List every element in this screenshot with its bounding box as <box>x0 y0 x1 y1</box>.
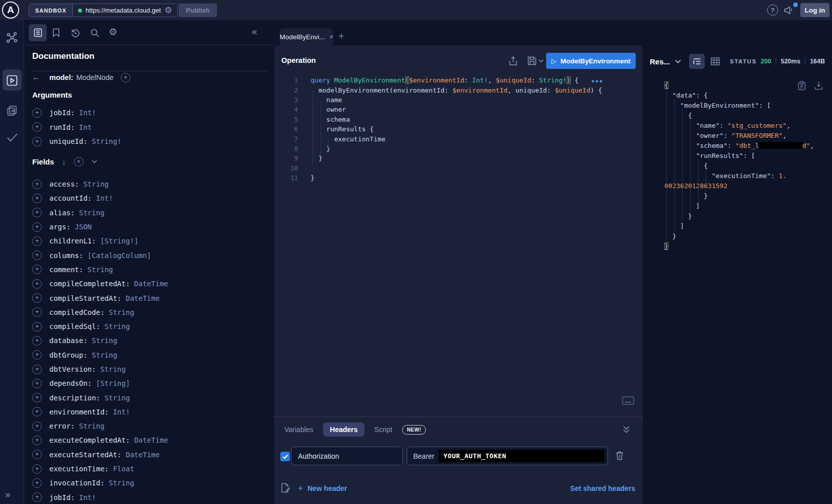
add-all-fields-button[interactable]: + <box>74 157 84 166</box>
header-value-input[interactable]: Bearer YOUR_AUTH_TOKEN <box>407 447 608 465</box>
auth-token-highlight[interactable]: YOUR_AUTH_TOKEN <box>438 450 604 462</box>
field-label[interactable]: compiledSql: String <box>49 322 130 330</box>
endpoint-url[interactable]: https://metadata.cloud.get <box>86 7 161 14</box>
help-icon[interactable]: ? <box>767 5 778 16</box>
field-label[interactable]: executionTime: Float <box>49 465 134 473</box>
field-label[interactable]: columns: [CatalogColumn] <box>49 251 151 260</box>
operation-tab[interactable]: ModelByEnvi... × <box>280 28 333 45</box>
field-label[interactable]: access: String <box>49 180 109 188</box>
add-field-button[interactable]: + <box>32 492 42 502</box>
code-line[interactable]: 4 owner <box>274 105 627 114</box>
add-model-button[interactable]: + <box>121 73 130 82</box>
field-label[interactable]: database: String <box>49 337 117 345</box>
field-label[interactable]: executeStartedAt: DateTime <box>49 451 160 459</box>
checklist-icon[interactable] <box>6 132 19 143</box>
add-field-button[interactable]: + <box>32 322 42 331</box>
field-label[interactable]: alias: String <box>49 209 105 217</box>
sort-fields-icon[interactable]: ↓ <box>62 157 66 166</box>
field-label[interactable]: error: String <box>49 422 105 430</box>
add-field-button[interactable]: + <box>32 407 42 416</box>
field-label[interactable]: dependsOn: [String] <box>49 379 130 387</box>
add-field-button[interactable]: + <box>32 436 42 445</box>
add-field-button[interactable]: + <box>32 365 42 374</box>
code-line[interactable]: 9 } <box>274 153 627 163</box>
add-field-button[interactable]: + <box>32 222 42 232</box>
back-arrow-icon[interactable]: ← <box>32 73 40 82</box>
field-label[interactable]: runId: Int <box>49 123 92 131</box>
table-view-toggle[interactable] <box>711 57 720 65</box>
bookmark-icon[interactable] <box>52 28 60 37</box>
breadcrumb-type[interactable]: ModelNode <box>77 73 114 81</box>
expand-rail-icon[interactable]: » <box>5 489 11 500</box>
add-field-button[interactable]: + <box>32 450 42 459</box>
code-line[interactable]: 10 <box>274 163 627 173</box>
add-field-button[interactable]: + <box>32 422 42 431</box>
set-shared-headers-link[interactable]: Set shared headers <box>570 484 635 492</box>
add-field-button[interactable]: + <box>32 464 42 474</box>
code-line[interactable]: 8 } <box>274 144 627 153</box>
docs-settings-gear-icon[interactable]: ⚙ <box>109 26 117 38</box>
header-name-input[interactable] <box>291 447 403 465</box>
field-label[interactable]: args: JSON <box>49 223 92 231</box>
code-line[interactable]: 1query ModelByEnvironment($environmentId… <box>274 75 627 85</box>
field-label[interactable]: jobId: Int! <box>49 493 96 501</box>
endpoint-settings-gear-icon[interactable]: ⚙ <box>165 5 172 16</box>
add-field-button[interactable]: + <box>32 180 42 189</box>
add-field-button[interactable]: + <box>32 478 42 488</box>
add-field-button[interactable]: + <box>32 108 42 118</box>
add-field-button[interactable]: + <box>32 122 42 132</box>
add-field-button[interactable]: + <box>32 393 42 402</box>
endpoint-url-segment[interactable]: https://metadata.cloud.get ⚙ <box>73 4 177 17</box>
add-field-button[interactable]: + <box>32 137 42 146</box>
close-tab-icon[interactable]: × <box>329 33 333 41</box>
field-label[interactable]: compileCompletedAt: DateTime <box>49 280 168 288</box>
field-label[interactable]: compiledCode: String <box>49 308 134 316</box>
new-header-button[interactable]: + New header <box>298 483 347 493</box>
keyboard-shortcuts-icon[interactable] <box>622 396 634 405</box>
add-field-button[interactable]: + <box>32 250 42 260</box>
add-field-button[interactable]: + <box>32 379 42 388</box>
add-field-button[interactable]: + <box>32 279 42 289</box>
add-field-button[interactable]: + <box>32 265 42 274</box>
response-dropdown-chevron-icon[interactable] <box>675 59 681 63</box>
add-field-button[interactable]: + <box>32 194 42 203</box>
share-icon[interactable] <box>509 56 517 66</box>
code-line[interactable]: 2 modelByEnvironment(environmentId: $env… <box>274 85 627 95</box>
code-line[interactable]: 11} <box>274 173 627 183</box>
code-line[interactable]: 7 executionTime <box>274 134 627 143</box>
tab-script[interactable]: Script <box>371 423 396 437</box>
query-editor[interactable]: 1query ModelByEnvironment($environmentId… <box>274 75 627 183</box>
fields-chevron-down-icon[interactable] <box>92 160 97 163</box>
response-json[interactable]: { "data": { "modelByEnvironment": [ { "n… <box>664 80 832 251</box>
add-tab-button[interactable]: + <box>338 30 344 42</box>
history-icon[interactable] <box>70 28 80 38</box>
add-field-button[interactable]: + <box>32 236 42 246</box>
field-label[interactable]: uniqueId: String! <box>49 137 121 145</box>
response-title[interactable]: Res... <box>650 57 670 66</box>
tab-headers[interactable]: Headers <box>323 423 364 437</box>
add-field-button[interactable]: + <box>32 293 42 303</box>
tree-view-toggle[interactable] <box>689 54 705 69</box>
field-label[interactable]: jobId: Int! <box>49 109 96 117</box>
field-label[interactable]: environmentId: Int! <box>49 408 130 416</box>
collapse-bottom-panel-icon[interactable] <box>623 426 630 434</box>
field-label[interactable]: accountId: Int! <box>49 194 113 202</box>
tab-variables[interactable]: Variables <box>281 423 316 437</box>
run-operation-button[interactable]: ▷ ModelByEnvironment <box>546 53 636 69</box>
delete-header-icon[interactable] <box>615 451 624 461</box>
add-field-button[interactable]: + <box>32 307 42 317</box>
field-label[interactable]: invocationId: String <box>49 479 134 487</box>
field-label[interactable]: compileStartedAt: DateTime <box>49 294 160 302</box>
add-field-button[interactable]: + <box>32 350 42 360</box>
field-label[interactable]: childrenL1: [String!] <box>49 237 138 245</box>
schema-graph-icon[interactable] <box>6 31 19 44</box>
environment-variables-icon[interactable] <box>281 483 290 493</box>
publish-button[interactable]: Publish <box>179 4 217 17</box>
save-dropdown-chevron-icon[interactable] <box>539 59 544 62</box>
header-enabled-checkbox[interactable] <box>280 452 290 461</box>
field-label[interactable]: description: String <box>49 394 130 402</box>
field-label[interactable]: executeCompletedAt: DateTime <box>49 436 168 444</box>
sandbox-collection-icon[interactable] <box>6 105 18 117</box>
search-icon[interactable] <box>90 28 100 38</box>
explorer-icon[interactable] <box>6 74 18 87</box>
